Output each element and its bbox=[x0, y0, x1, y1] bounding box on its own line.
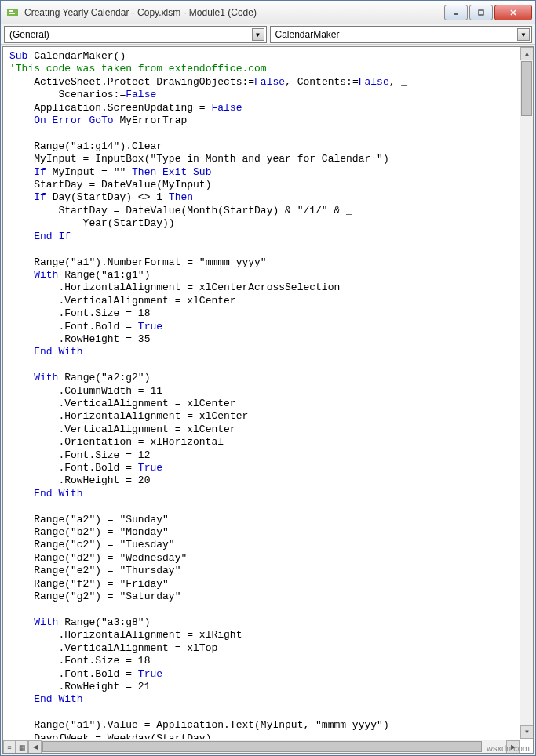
maximize-button[interactable] bbox=[469, 5, 493, 20]
horizontal-scrollbar[interactable]: ◀ ▶ bbox=[28, 740, 520, 753]
object-dropdown-value: (General) bbox=[9, 29, 49, 40]
chevron-down-icon[interactable]: ▼ bbox=[517, 28, 530, 41]
full-module-view-button[interactable]: ▦ bbox=[16, 740, 28, 754]
view-mode-buttons: ≡ ▦ bbox=[3, 740, 28, 753]
svg-rect-2 bbox=[9, 13, 15, 14]
minimize-button[interactable] bbox=[444, 5, 468, 20]
window-title: Creating Yearly Calendar - Copy.xlsm - M… bbox=[24, 7, 443, 18]
window-controls bbox=[443, 5, 532, 20]
app-icon bbox=[5, 5, 20, 20]
dropdown-row: (General) ▼ CalendarMaker ▼ bbox=[1, 24, 535, 45]
svg-rect-4 bbox=[479, 10, 483, 15]
code-content[interactable]: Sub CalendarMaker() 'This code was taken… bbox=[9, 50, 519, 739]
procedure-dropdown-value: CalendarMaker bbox=[275, 29, 340, 40]
close-button[interactable] bbox=[494, 5, 532, 20]
code-text[interactable]: Sub CalendarMaker() 'This code was taken… bbox=[9, 50, 519, 739]
chevron-down-icon[interactable]: ▼ bbox=[252, 28, 264, 41]
scroll-thumb[interactable] bbox=[42, 741, 482, 752]
code-editor[interactable]: Sub CalendarMaker() 'This code was taken… bbox=[2, 46, 534, 754]
scroll-left-button[interactable]: ◀ bbox=[28, 740, 42, 754]
procedure-dropdown[interactable]: CalendarMaker ▼ bbox=[270, 26, 533, 43]
scroll-thumb[interactable] bbox=[521, 61, 532, 116]
object-dropdown[interactable]: (General) ▼ bbox=[4, 26, 267, 43]
procedure-view-button[interactable]: ≡ bbox=[3, 740, 16, 754]
vba-code-window: Creating Yearly Calendar - Copy.xlsm - M… bbox=[0, 0, 536, 756]
scroll-up-button[interactable]: ▲ bbox=[520, 47, 534, 60]
svg-rect-1 bbox=[9, 10, 13, 12]
titlebar[interactable]: Creating Yearly Calendar - Copy.xlsm - M… bbox=[1, 1, 535, 24]
scroll-down-button[interactable]: ▼ bbox=[520, 725, 534, 739]
watermark: wsxdn.com bbox=[487, 743, 530, 753]
vertical-scrollbar[interactable]: ▲ ▼ bbox=[520, 47, 533, 739]
